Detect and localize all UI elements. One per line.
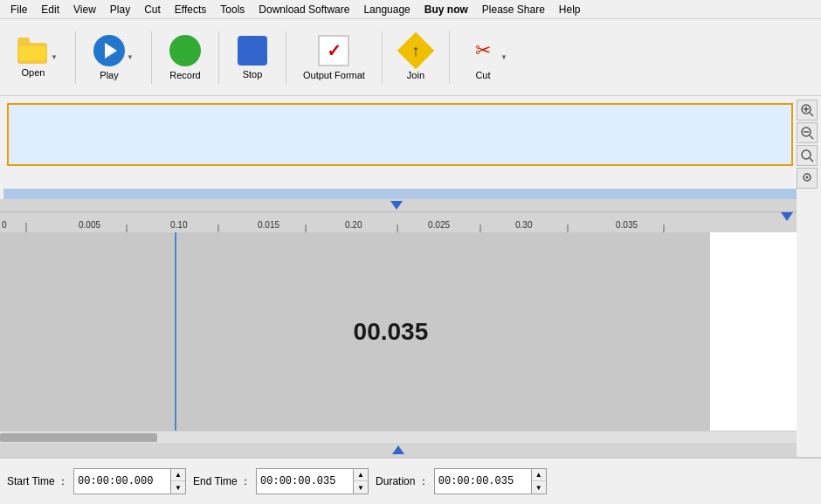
start-time-group: Start Time ： ▲ ▼: [7, 468, 186, 494]
cut-button[interactable]: ✂ Cut ▼: [457, 24, 518, 91]
join-button[interactable]: ↑ Join: [390, 24, 442, 91]
menu-download[interactable]: Download Software: [252, 2, 356, 17]
menu-share[interactable]: Please Share: [475, 2, 552, 17]
svg-line-8: [810, 158, 813, 162]
timeline-ruler: 0 0.005 0.10 0.015 0.20 0.025 0.30 0.035: [0, 211, 797, 232]
fit-button[interactable]: [797, 145, 818, 166]
waveform-right-panel: [709, 232, 797, 431]
end-time-input[interactable]: [257, 469, 353, 494]
open-icon: [17, 38, 49, 64]
end-time-up[interactable]: ▲: [354, 469, 368, 481]
cut-icon: ✂: [467, 35, 499, 66]
stop-label: Stop: [243, 69, 263, 79]
playhead-marker: [781, 212, 793, 221]
separator-6: [449, 31, 450, 84]
start-time-down[interactable]: ▼: [171, 481, 185, 494]
menu-bar: File Edit View Play Cut Effects Tools Do…: [0, 0, 821, 19]
svg-text:0.005: 0.005: [79, 220, 100, 230]
end-time-group: End Time ： ▲ ▼: [193, 468, 369, 494]
menu-play[interactable]: Play: [103, 2, 137, 17]
menu-tools[interactable]: Tools: [213, 2, 252, 17]
scrollbar-thumb[interactable]: [0, 433, 157, 442]
svg-line-1: [810, 113, 813, 116]
end-time-spinner: ▲ ▼: [353, 469, 368, 494]
play-icon: [93, 35, 125, 66]
svg-text:0.10: 0.10: [170, 220, 188, 230]
svg-point-7: [802, 150, 811, 159]
svg-text:0: 0: [2, 220, 7, 230]
zoom-in-button[interactable]: [797, 100, 818, 121]
status-bar: Start Time ： ▲ ▼ End Time ： ▲ ▼ Duration…: [0, 457, 821, 504]
open-label: Open: [22, 67, 45, 78]
toolbar: Open ▼ Play ▼ Record Stop ✓ Output Forma…: [0, 19, 821, 96]
scroll-up-area: [0, 443, 797, 457]
scroll-down-arrow[interactable]: [390, 201, 403, 210]
waveform-view[interactable]: 00.035: [0, 232, 797, 431]
record-label: Record: [169, 70, 200, 80]
menu-cut[interactable]: Cut: [137, 2, 168, 17]
start-time-up[interactable]: ▲: [171, 469, 185, 481]
menu-file[interactable]: File: [3, 2, 34, 17]
svg-text:0.20: 0.20: [345, 220, 362, 230]
separator-2: [151, 31, 152, 84]
cut-label: Cut: [475, 70, 490, 80]
join-icon: ↑: [400, 35, 431, 66]
horizontal-scrollbar[interactable]: [0, 431, 797, 443]
scroll-up-arrow[interactable]: [392, 445, 404, 454]
duration-input[interactable]: [435, 469, 531, 494]
end-time-down[interactable]: ▼: [354, 481, 368, 494]
svg-point-10: [806, 176, 809, 179]
stop-icon: [238, 36, 267, 66]
output-format-button[interactable]: ✓ Output Format: [293, 24, 375, 91]
end-time-wrapper: ▲ ▼: [256, 468, 369, 494]
svg-text:0.30: 0.30: [515, 220, 533, 230]
separator-4: [286, 31, 286, 84]
menu-buynow[interactable]: Buy now: [417, 2, 475, 17]
duration-spinner: ▲ ▼: [531, 469, 546, 494]
start-time-spinner: ▲ ▼: [170, 469, 185, 494]
start-time-wrapper: ▲ ▼: [73, 468, 186, 494]
duration-down[interactable]: ▼: [532, 481, 546, 494]
play-dropdown-arrow[interactable]: ▼: [127, 53, 134, 61]
svg-text:0.035: 0.035: [616, 220, 638, 230]
select-button[interactable]: [797, 168, 818, 189]
open-button[interactable]: Open ▼: [7, 24, 68, 91]
scroll-indicator[interactable]: [3, 189, 797, 199]
menu-effects[interactable]: Effects: [168, 2, 213, 17]
end-time-label: End Time ：: [193, 474, 251, 489]
scroll-down-area: [0, 199, 797, 211]
stop-button[interactable]: Stop: [226, 24, 279, 91]
record-button[interactable]: Record: [159, 24, 211, 91]
output-format-label: Output Format: [303, 70, 365, 80]
play-label: Play: [100, 70, 118, 80]
open-dropdown-arrow[interactable]: ▼: [51, 53, 58, 61]
separator-5: [382, 31, 383, 84]
duration-up[interactable]: ▲: [532, 469, 546, 481]
zoom-panel: [797, 100, 818, 189]
menu-language[interactable]: Language: [356, 2, 417, 17]
duration-label: Duration ：: [376, 474, 429, 489]
svg-line-5: [810, 135, 813, 139]
ruler-svg: 0 0.005 0.10 0.015 0.20 0.025 0.30 0.035: [0, 212, 797, 232]
join-label: Join: [407, 70, 424, 80]
zoom-out-button[interactable]: [797, 122, 818, 143]
menu-help[interactable]: Help: [552, 2, 588, 17]
separator-3: [218, 31, 219, 84]
menu-view[interactable]: View: [66, 2, 103, 17]
svg-text:0.015: 0.015: [258, 220, 279, 230]
main-area: 0 0.005 0.10 0.015 0.20 0.025 0.30 0.035…: [0, 96, 821, 457]
cut-dropdown-arrow[interactable]: ▼: [500, 53, 507, 61]
track-display[interactable]: [7, 103, 793, 166]
playhead-line: [175, 232, 176, 431]
track-selection: [9, 105, 791, 164]
record-icon: [169, 35, 201, 66]
start-time-label: Start Time ：: [7, 474, 68, 489]
separator-1: [75, 31, 76, 84]
start-time-input[interactable]: [74, 469, 170, 494]
duration-group: Duration ： ▲ ▼: [376, 468, 547, 494]
output-format-icon: ✓: [318, 35, 349, 66]
play-button[interactable]: Play ▼: [83, 24, 144, 91]
duration-wrapper: ▲ ▼: [434, 468, 547, 494]
time-display: 00.035: [354, 318, 429, 346]
menu-edit[interactable]: Edit: [34, 2, 66, 17]
